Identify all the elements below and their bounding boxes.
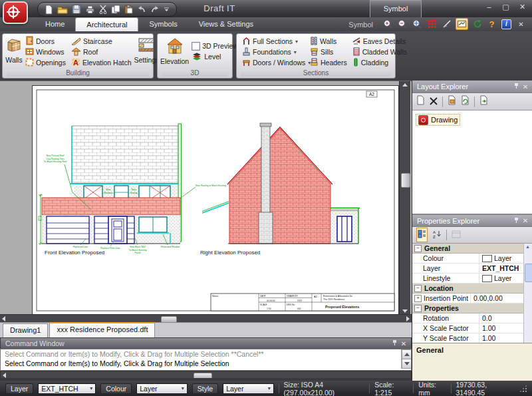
title-bar: Draft IT Symbol [0,0,532,18]
command-vertical-scrollbar[interactable] [401,349,411,369]
command-window-title: Command Window [5,339,65,347]
scale-status: Scale: 1:215 [374,381,408,396]
tab-architectural[interactable]: Architectural [75,17,138,32]
zoom-out-icon[interactable] [397,19,408,29]
svg-text:SCALE: SCALE [260,303,267,306]
roof-icon [71,47,81,57]
header-icon [310,58,319,68]
openings-button[interactable]: Openings [24,57,67,68]
maximize-button[interactable] [500,3,511,12]
cladded-wall-icon [352,47,360,57]
svg-text:XXX: XXX [297,299,303,302]
checkbox-icon [192,42,200,51]
expand-icon[interactable]: + [414,295,422,302]
layer-dropdown[interactable]: EXT_HTCH [38,383,96,394]
doors-button[interactable]: Doors [24,36,67,47]
scroll-up-icon[interactable]: ▲ [525,244,530,249]
svg-text:The XXX Residence: The XXX Residence [323,298,344,301]
panel-close-icon[interactable]: ✕ [399,340,408,347]
sort-az-icon[interactable]: AZ [432,229,442,241]
grid-icon[interactable] [426,19,438,29]
svg-text:Clay Roofing Tiles: Clay Roofing Tiles [46,158,65,160]
scroll-down-icon[interactable] [402,309,408,313]
new-layout-icon[interactable] [416,95,425,108]
scroll-right-icon[interactable] [406,316,410,321]
sill-icon [310,47,319,57]
doc-tab-drawing1[interactable]: Drawing1 [3,323,48,337]
scroll-left-icon[interactable] [2,316,5,321]
style-dropdown[interactable]: Layer [223,383,274,394]
tab-home[interactable]: Home [35,17,75,31]
cladding-button[interactable]: Cladding [351,57,403,68]
insert-layout-icon[interactable] [479,95,488,108]
elevation-button[interactable]: Elevation [160,36,189,65]
settings-button[interactable]: Settings [134,36,160,63]
ribbon-close-icon[interactable]: ✕ [515,19,527,29]
eaves-icon [352,37,361,47]
pin-icon[interactable] [390,339,399,347]
command-line-current: Select Command or Item(s) to Modify, Cli… [1,359,411,368]
vertical-scroll-thumb[interactable] [401,173,410,188]
ribbon: Walls Doors Windows Openings [0,31,532,82]
app-logo-icon[interactable] [3,1,28,24]
layout-item-drawing[interactable]: Drawing [416,114,460,126]
ribbon-group-sections: Full Sections Foundations Doors / Window… [236,33,396,79]
close-button[interactable] [517,3,528,12]
tab-views-settings[interactable]: Views & Settings [188,17,264,31]
doors-windows-sections-button[interactable]: Doors / Windows [241,57,306,68]
elevation-hatch-button[interactable]: A Elevation Hatch [70,57,133,68]
zoom-in-icon[interactable] [382,19,394,29]
walls-sections-button[interactable]: Walls [309,36,348,47]
scroll-thumb[interactable] [525,264,532,282]
sills-button[interactable]: Sills [309,47,348,57]
svg-text:DRG No: DRG No [287,303,295,306]
windows-button[interactable]: Windows [24,47,67,57]
tab-symbols[interactable]: Symbols [138,17,188,31]
minimize-button[interactable] [483,3,495,12]
canvas-vertical-scrollbar[interactable] [399,81,410,315]
units-status: Units: mm [418,381,446,396]
full-sections-button[interactable]: Full Sections [241,36,306,47]
help-icon[interactable]: ? [486,19,497,29]
property-grid-scrollbar[interactable]: ▲ ▼ [523,244,532,343]
level-button[interactable]: Level [190,51,239,62]
refresh-icon[interactable] [471,19,483,29]
headers-button[interactable]: Headers [309,57,348,68]
delete-layout-icon[interactable] [430,96,438,108]
collapse-icon[interactable]: − [414,285,422,292]
pin-icon[interactable] [511,217,521,225]
collapse-icon[interactable]: − [414,305,422,312]
refresh-layout-icon[interactable] [461,95,469,108]
eaves-details-button[interactable]: Eaves Details [351,36,403,47]
pin-icon[interactable] [511,83,521,91]
cladded-walls-button[interactable]: Cladded Walls [351,47,403,57]
info-icon[interactable]: i [501,19,512,29]
collapse-icon[interactable]: − [414,245,422,252]
drawing-canvas[interactable]: A2 New [0,81,412,323]
foundations-button[interactable]: Foundations [241,47,306,57]
staircase-button[interactable]: Staircase [70,36,133,47]
preview-3d-checkbox[interactable]: 3D Preview [190,41,239,51]
command-history[interactable]: Select Command or Item(s) to Modify, Cli… [0,349,412,371]
sketch-mode-icon[interactable] [456,18,468,30]
walls-button[interactable]: Walls [5,36,23,63]
colour-dropdown[interactable]: Layer [136,383,188,394]
scroll-up-icon[interactable] [402,83,408,87]
panel-close-icon[interactable]: ✕ [521,83,530,91]
export-layout-icon[interactable] [448,95,456,108]
selected-property-name: General [416,346,444,354]
drawing-sheet[interactable]: A2 New [32,85,399,315]
panel-close-icon[interactable]: ✕ [521,217,530,224]
resize-grip[interactable] [521,385,527,392]
ortho-line-icon[interactable] [441,19,452,29]
roof-button[interactable]: Roof [70,47,133,57]
cladding-icon [352,58,359,68]
svg-text:New Pitched Roof: New Pitched Roof [46,154,64,157]
scroll-down-icon[interactable]: ▼ [525,341,530,343]
window-tab-symbol[interactable]: Symbol [370,0,422,18]
categorized-view-icon[interactable] [416,228,428,242]
properties-toolbar: AZ [412,227,532,244]
zoom-extents-icon[interactable] [412,19,423,29]
document-tab-bar: Drawing1 xxx Residence Proposed.dft [0,322,412,337]
doc-tab-residence[interactable]: xxx Residence Proposed.dft [49,322,155,337]
